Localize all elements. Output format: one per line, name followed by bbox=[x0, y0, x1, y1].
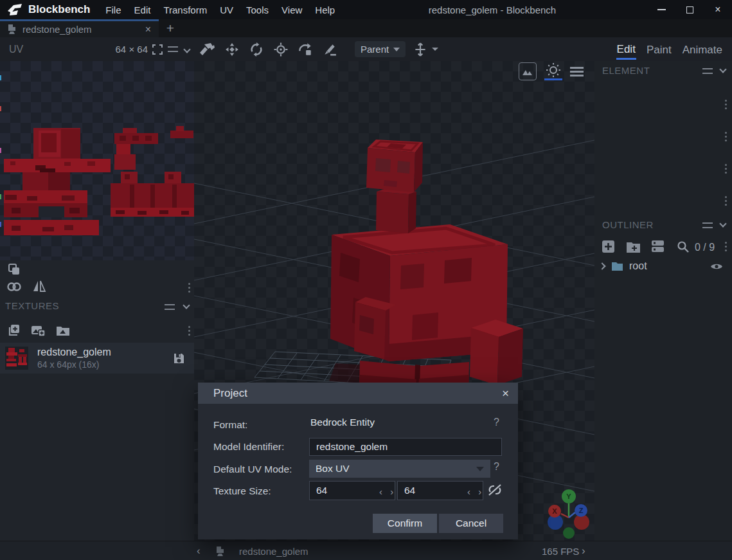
svg-text:Y: Y bbox=[566, 492, 571, 500]
tool-knife[interactable] bbox=[323, 37, 337, 61]
uv-panel-overflow-dots[interactable] bbox=[188, 283, 190, 285]
copy-paste-icon[interactable] bbox=[8, 263, 21, 276]
fps-counter: 165 FPS bbox=[542, 541, 579, 560]
uv-dropdown-icon[interactable] bbox=[184, 37, 190, 61]
toggle-list-icon[interactable] bbox=[651, 240, 665, 253]
outliner-collapse-icon[interactable] bbox=[719, 220, 726, 227]
active-toggle-underline bbox=[544, 78, 562, 80]
element-menu-icon[interactable] bbox=[702, 68, 713, 74]
width-stepper[interactable]: ‹ › bbox=[379, 486, 396, 497]
left-panel: TEXTURES bbox=[0, 61, 194, 541]
status-model-icon bbox=[215, 541, 226, 560]
unlink-size-icon[interactable] bbox=[487, 482, 503, 498]
axis-gizmo[interactable]: Y X Z bbox=[542, 487, 594, 541]
project-tab[interactable]: redstone_golem × bbox=[0, 19, 159, 37]
mirror-painting-icon[interactable] bbox=[413, 37, 427, 61]
search-icon[interactable] bbox=[677, 240, 690, 253]
chevron-down-icon bbox=[183, 46, 190, 53]
visibility-eye-icon[interactable] bbox=[710, 262, 723, 271]
tab-paint[interactable]: Paint bbox=[646, 40, 672, 59]
import-texture-icon[interactable] bbox=[6, 323, 21, 338]
create-texture-icon[interactable] bbox=[31, 325, 45, 338]
height-stepper[interactable]: ‹ › bbox=[467, 486, 484, 497]
mirror-flip-icon[interactable] bbox=[32, 279, 46, 293]
texture-overflow-dots[interactable] bbox=[188, 326, 190, 328]
textures-collapse-icon[interactable] bbox=[183, 302, 190, 309]
texture-list-item[interactable]: redstone_golem 64 x 64px (16x) bbox=[0, 343, 194, 374]
uv-editor[interactable] bbox=[0, 61, 194, 260]
caret-down-icon bbox=[393, 48, 400, 51]
menu-view[interactable]: View bbox=[275, 5, 308, 15]
tool-resize[interactable] bbox=[225, 37, 239, 61]
tab-close-icon[interactable]: × bbox=[145, 24, 151, 35]
mirror-link-icon[interactable] bbox=[6, 280, 22, 293]
viewport-menu-icon[interactable] bbox=[570, 67, 584, 77]
project-dialog: Project × Format: Bedrock Entity ? Model… bbox=[198, 383, 518, 539]
toolbar-slot-handle-3[interactable] bbox=[725, 164, 727, 166]
format-help-icon[interactable]: ? bbox=[494, 417, 499, 428]
menu-uv[interactable]: UV bbox=[213, 5, 240, 15]
uv-size-value[interactable]: 64 × 64 bbox=[108, 37, 148, 61]
minimize-icon bbox=[657, 9, 666, 10]
uv-mode-help-icon[interactable]: ? bbox=[494, 461, 499, 473]
texture-meta: 64 x 64px (16x) bbox=[37, 359, 173, 370]
tool-rotate[interactable] bbox=[249, 37, 263, 61]
mirror-dropdown-caret[interactable] bbox=[432, 37, 438, 61]
prev-page-chevron[interactable]: ‹ bbox=[197, 541, 201, 560]
texture-folder-icon[interactable] bbox=[55, 323, 71, 338]
outliner-header: OUTLINER bbox=[602, 219, 654, 230]
svg-text:X: X bbox=[552, 507, 557, 515]
menu-file[interactable]: File bbox=[99, 5, 127, 15]
uv-mode-select[interactable]: Box UV bbox=[309, 460, 490, 478]
outliner-root-row[interactable]: root bbox=[594, 257, 732, 275]
toolbar-slot-handle-2[interactable] bbox=[725, 132, 727, 134]
textures-menu-icon[interactable] bbox=[165, 304, 175, 310]
tool-move[interactable] bbox=[199, 37, 215, 61]
model-identifier-input[interactable] bbox=[309, 438, 502, 456]
close-button[interactable]: × bbox=[704, 0, 732, 19]
minimize-button[interactable] bbox=[647, 0, 675, 19]
confirm-button[interactable]: Confirm bbox=[373, 514, 437, 533]
tool-vertex-snap[interactable] bbox=[298, 37, 313, 61]
status-model-name[interactable]: redstone_golem bbox=[239, 541, 308, 560]
maximize-button[interactable] bbox=[675, 0, 704, 19]
status-bar: ‹ redstone_golem 165 FPS › bbox=[0, 541, 732, 560]
menu-tools[interactable]: Tools bbox=[240, 5, 275, 15]
uv-maximize-icon[interactable] bbox=[152, 37, 163, 61]
save-texture-icon[interactable] bbox=[173, 352, 185, 365]
cancel-button[interactable]: Cancel bbox=[439, 514, 503, 533]
model-icon bbox=[6, 24, 17, 35]
menu-help[interactable]: Help bbox=[308, 5, 341, 15]
tool-pivot[interactable] bbox=[274, 37, 288, 61]
background-image-button[interactable] bbox=[519, 62, 537, 80]
menu-edit[interactable]: Edit bbox=[128, 5, 157, 15]
element-collapse-icon[interactable] bbox=[719, 66, 726, 73]
parent-dropdown[interactable]: Parent bbox=[355, 41, 406, 57]
menu-transform[interactable]: Transform bbox=[157, 5, 213, 15]
dialog-header[interactable]: Project × bbox=[198, 383, 518, 404]
shading-toggle[interactable] bbox=[544, 62, 562, 80]
outliner-menu-icon[interactable] bbox=[702, 222, 713, 228]
uv-sliders-icon[interactable] bbox=[168, 37, 178, 61]
next-page-chevron[interactable]: › bbox=[582, 541, 585, 560]
add-cube-icon[interactable] bbox=[602, 240, 615, 253]
element-header-label: ELEMENT bbox=[602, 65, 650, 76]
new-tab-button[interactable]: + bbox=[161, 19, 180, 37]
main-toolbar: UV 64 × 64 bbox=[0, 37, 732, 61]
tab-edit[interactable]: Edit bbox=[616, 39, 636, 60]
add-group-icon[interactable] bbox=[626, 241, 641, 253]
tab-bar: redstone_golem × + bbox=[0, 19, 732, 37]
blockbench-logo-icon bbox=[5, 2, 24, 17]
dialog-close-icon[interactable]: × bbox=[502, 386, 509, 401]
svg-text:Z: Z bbox=[579, 507, 584, 514]
toolbar-slot-handle-1[interactable] bbox=[725, 100, 727, 102]
menu-bar: File Edit Transform UV Tools View Help bbox=[99, 5, 341, 15]
app-name: Blockbench bbox=[28, 3, 90, 16]
outliner-overflow-dots[interactable] bbox=[725, 242, 727, 244]
mode-tabs: Edit Paint Animate bbox=[616, 37, 723, 61]
tab-animate[interactable]: Animate bbox=[682, 40, 723, 59]
window-controls: × bbox=[647, 0, 732, 19]
expand-chevron-icon[interactable] bbox=[598, 262, 605, 269]
toolbar-slot-handle-4[interactable] bbox=[725, 196, 727, 198]
blockbench-window: Blockbench File Edit Transform UV Tools … bbox=[0, 0, 732, 560]
